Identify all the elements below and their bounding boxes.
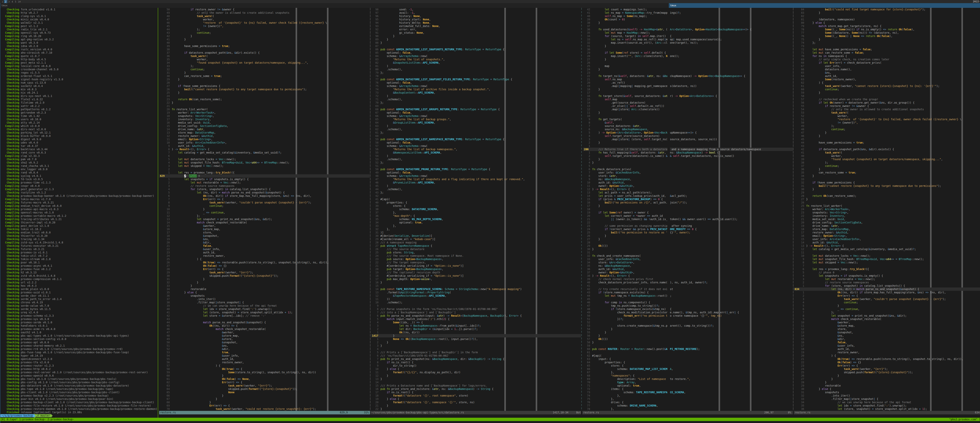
code-line [670,407,793,411]
code-line: 23 Err(err) => { [794,364,980,368]
code-line: ; [670,294,793,298]
shell-prompt[interactable]: ~/s/p/proxmox-backup⎇ master [0,414,53,418]
cargo-line: Checking proxmox-tfa v2.0.0 [0,361,158,364]
code-line: 23 return Ok(can_restore_some); [159,98,370,101]
code-line: 75 } [794,38,980,41]
workspace-button-4[interactable]: 4 [11,0,14,3]
workspace-button-3[interactable]: 3 [7,0,11,3]
code-line: 2 self.target_store(datastore).is_some()… [583,154,667,158]
code-line: 15 if (privs & PRIV_DATASTORE_BACKUP) ==… [583,198,667,201]
code-line [670,284,793,287]
code-line: 33 let ns = self.ns_map.as_ref().map(|ma… [583,38,667,41]
code-line: 51 })?; [583,317,667,321]
vim-restore-right[interactable]: 84 bail!("could not find target namespac… [794,8,980,411]
code-line [670,364,793,368]
cargo-line: Checking udev v0.4.0 [0,141,158,144]
code-line: 10 &worker, [794,321,980,324]
code-line [670,331,793,334]
code-line: 11 email: Option<String>, [159,138,370,141]
code-line: 4} [583,161,667,164]
workspace-button-1[interactable]: 1 [1,0,4,3]
code-line [670,48,793,51]
vim-restore-left[interactable]: 50 if restore_owner != &owner {49 // onl… [159,8,370,411]
cargo-line: Checking tokio-util v0.7.2 [0,254,158,258]
code-line: 7 Err(err) => { [159,198,370,201]
code-line: 2 // restore source namespaces [794,281,980,284]
code-line: 19 if let Some(ref owner) = owner { [583,211,667,214]
code-line: 38 .filter_map(|store_snapshot| { [159,301,370,304]
code-line: 52 worker, [794,114,980,118]
shell-pane[interactable]: Checking form_urlencoded v1.0.1 Checking… [0,8,158,418]
code-line: 36 snapshots [159,294,370,298]
code-line: 89 } [371,38,581,41]
code-line: 65 None [159,391,370,394]
code-line: 59 } [794,91,980,94]
cargo-line: Checking serde_cbor v0.11.1 [0,294,158,298]
code-line: 63 ) [371,124,581,128]
code-line: 26 Ok(true) => restorable.push((store.to… [159,261,370,264]
code-line: 36 auth_id: &Authid, [583,268,667,271]
cargo-line: Compiling lexical-core v0.6.8 [0,65,158,68]
code-line: 42 let count = mappings.len(); [583,8,667,11]
code-line: 38 } [583,21,667,24]
code-line: 76 Some((_, None)) | None => return Ok(f… [794,35,980,38]
window-title-right[interactable]: tmux [669,3,980,8]
tmux-pane-border[interactable] [158,8,158,418]
code-line: 32 } [159,281,370,284]
cargo-line: Checking tokio-stream v0.1.8 [0,258,158,261]
powerline-arrow2-icon:  [51,414,53,418]
code-line: 34 for (source, target) in self.map.iter… [583,35,667,38]
code-line [670,58,793,61]
vim-restore-mid-cont[interactable]: ings)?;Arc<DataStore>, Option<HashSet<Ba… [670,8,793,411]
code-line [670,214,793,217]
code-line: 20 .as_ref() [583,81,667,84]
code-line [670,264,793,268]
code-line: st [670,287,793,291]
vim-datastore[interactable]: 98 used: -1,97 avail: -1,96 history: Non… [371,8,581,411]
code-line: 3 } [583,158,667,161]
cargo-line: Compiling pest_derive v2.1.0 [0,224,158,228]
code-line: 26 } [583,234,667,238]
cargo-line: Checking rustyline v9.1.2 [0,191,158,194]
tmux-pane-border-2[interactable] [581,8,582,411]
window-title-left[interactable]: tmux [0,3,668,8]
workspace-button-5[interactable]: 5 [14,0,17,3]
code-line: 50 format_err!("no permission to create … [583,314,667,317]
code-line [670,268,793,271]
code-line: {}'", owner); [670,231,793,234]
workspace-button-2[interactable]: 2 [4,0,7,3]
vim-restore-mid[interactable]: 42 let count = mappings.len();41 let ns_… [583,8,667,411]
code-line: 39 // check normal restore privs first [583,277,667,281]
code-line [670,21,793,24]
vim-vsplit-separator-1[interactable] [370,8,371,411]
code-line: 78 }, [583,407,667,411]
code-line: 92 error: err, [371,28,581,31]
code-line: { [670,307,793,311]
code-line: 30 can_restore_some = true; [159,74,370,78]
code-line: 23 [583,71,667,74]
cargo-line: Checking miniz_oxide v0.4.0 [0,18,158,21]
code-line [670,124,793,128]
cargo-line: Compiling which v3.0.0 [0,124,158,128]
code-line: 18 } [583,88,667,91]
code-line: ORE_MODIFY == 0 { [670,228,793,231]
cargo-line: Checking backtrace v0.3.44 [0,148,158,151]
code-line: 43}; [371,191,581,194]
code-line: 11 owner: Option<&Authid>, [583,184,667,188]
code-line: 55 &NamespaceListItem::API_SCHEMA, [371,151,581,154]
workspace-button-10[interactable]: 10 [17,0,21,3]
code-line [670,161,793,164]
cargo-line: Checking rand v0.8.4 [0,171,158,174]
code-line: 40 [159,41,370,44]
code-line: 29 if let Some(ref store) = self.default… [583,51,667,54]
cargo-line: Compiling thiserror-impl v1.0.20 [0,221,158,224]
code-line: 40 let idx = store_snapshot.find(':').un… [159,307,370,311]
vim-vsplit-separator-2[interactable] [793,8,794,411]
code-line: 54 } [583,328,667,331]
code-line: 67 user_info, [794,65,980,68]
code-line: 77 schema: DRIVE_NAME_SCHEMA, [583,404,667,407]
cargo-line: Checking pbs-datastore v0.1.0 (/root/sou… [0,384,158,387]
code-line: 11 )) [371,298,581,301]
code-line: ings)?; [670,11,793,14]
code-line [670,14,793,18]
